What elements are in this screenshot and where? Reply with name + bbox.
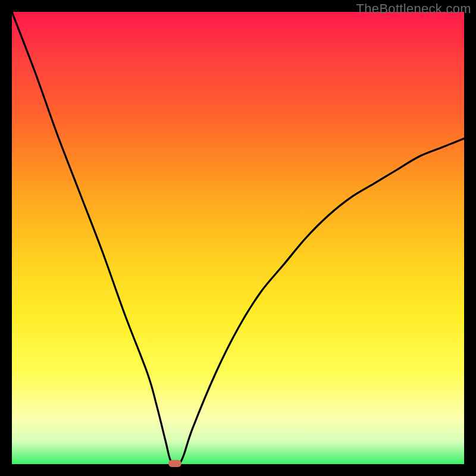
- watermark-label: TheBottleneck.com: [356, 1, 471, 17]
- chart-frame: TheBottleneck.com: [0, 0, 476, 476]
- bottleneck-curve-path: [12, 12, 464, 464]
- plot-area: [12, 12, 464, 464]
- curve-svg: [12, 12, 464, 464]
- minimum-marker: [168, 460, 181, 467]
